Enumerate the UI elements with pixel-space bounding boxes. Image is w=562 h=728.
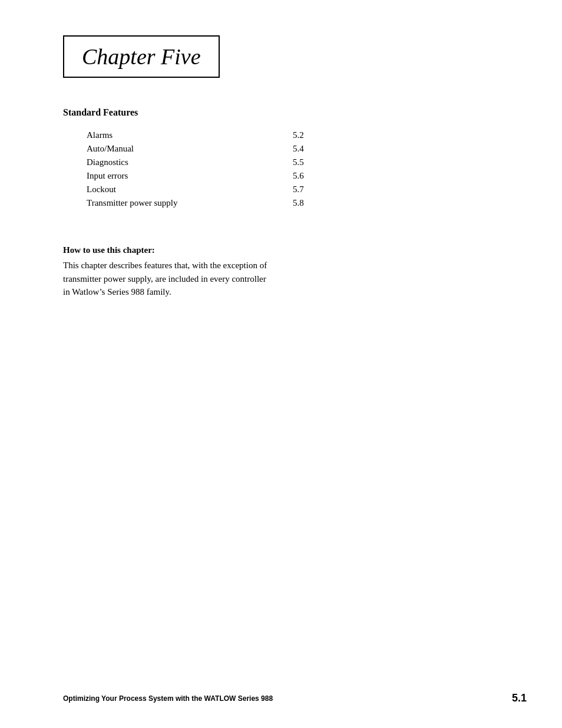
- standard-features-section: Standard Features Alarms5.2Auto/Manual5.…: [63, 107, 499, 210]
- how-to-use-heading: How to use this chapter:: [63, 245, 499, 255]
- toc-item-page: 5.4: [287, 142, 334, 156]
- toc-item-label: Transmitter power supply: [87, 196, 287, 210]
- toc-row: Alarms5.2: [87, 129, 334, 142]
- toc-item-label: Auto/Manual: [87, 142, 287, 156]
- toc-item-page: 5.2: [287, 129, 334, 142]
- page: Chapter Five Standard Features Alarms5.2…: [0, 0, 562, 728]
- toc-item-label: Diagnostics: [87, 156, 287, 169]
- toc-table: Alarms5.2Auto/Manual5.4Diagnostics5.5Inp…: [87, 129, 334, 210]
- toc-item-label: Lockout: [87, 183, 287, 196]
- toc-row: Transmitter power supply5.8: [87, 196, 334, 210]
- toc-item-page: 5.7: [287, 183, 334, 196]
- toc-item-page: 5.6: [287, 169, 334, 183]
- toc-item-page: 5.8: [287, 196, 334, 210]
- footer-text: Optimizing Your Process System with the …: [63, 694, 273, 703]
- toc-item-page: 5.5: [287, 156, 334, 169]
- toc-row: Input errors5.6: [87, 169, 334, 183]
- footer-page: 5.1: [512, 692, 527, 704]
- chapter-title: Chapter Five: [82, 44, 201, 70]
- footer: Optimizing Your Process System with the …: [63, 692, 527, 704]
- chapter-title-box: Chapter Five: [63, 35, 220, 78]
- toc-row: Lockout5.7: [87, 183, 334, 196]
- toc-row: Diagnostics5.5: [87, 156, 334, 169]
- how-to-use-section: How to use this chapter: This chapter de…: [63, 245, 499, 299]
- toc-item-label: Alarms: [87, 129, 287, 142]
- toc-row: Auto/Manual5.4: [87, 142, 334, 156]
- standard-features-heading: Standard Features: [63, 107, 499, 118]
- how-to-use-body: This chapter describes features that, wi…: [63, 259, 275, 299]
- toc-item-label: Input errors: [87, 169, 287, 183]
